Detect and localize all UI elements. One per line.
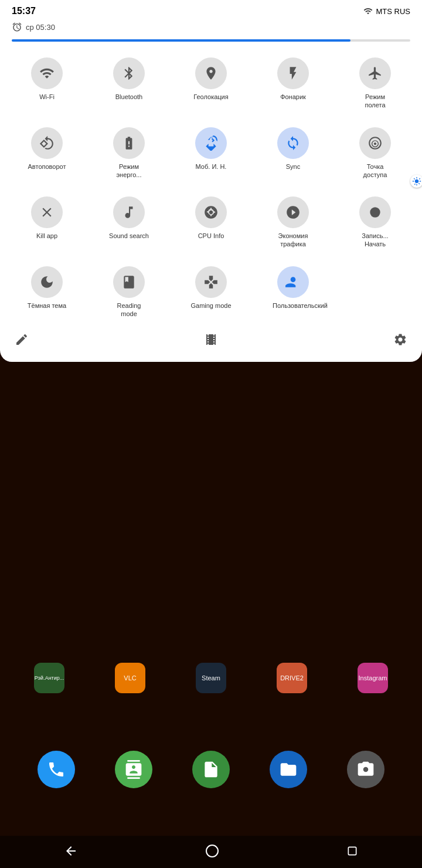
tile-hotspot[interactable]: Точка доступа: [334, 121, 416, 185]
nav-recents[interactable]: [341, 839, 364, 865]
dock-folder[interactable]: [270, 751, 307, 788]
tile-battery-bg: [113, 127, 145, 159]
status-bar: 15:37 MTS RUS: [0, 0, 422, 19]
tile-gaming-mode-bg: [195, 266, 227, 298]
tile-sync-bg: [277, 127, 309, 159]
recents-icon: [346, 845, 358, 857]
tile-battery-label: Режим энерго...: [108, 162, 149, 179]
tiles-row-2: Автоповорот Режим энерго... Моб. И. Н.: [0, 118, 422, 188]
battery-icon: [121, 135, 137, 151]
tile-reading-mode[interactable]: Reading mode: [88, 260, 170, 324]
tile-flashlight-label: Фонарик: [280, 93, 306, 101]
cinema-button[interactable]: [204, 333, 218, 349]
tile-traffic-saver-bg: [277, 196, 309, 228]
status-time: 15:37: [12, 6, 36, 16]
signal-icon: [363, 6, 373, 16]
hotspot-icon: [367, 135, 383, 151]
tile-airplane-bg: [359, 57, 391, 89]
app-steam[interactable]: Steam: [196, 663, 226, 693]
app-drive2[interactable]: DRIVE2: [277, 663, 307, 693]
app-vlc[interactable]: VLC: [115, 663, 145, 693]
tile-flashlight[interactable]: Фонарик: [252, 52, 334, 116]
tile-kill-app[interactable]: Kill app: [6, 191, 88, 255]
tile-kill-app-label: Kill app: [36, 232, 57, 240]
brightness-slider[interactable]: [12, 39, 410, 42]
tile-cpu-info-bg: [195, 196, 227, 228]
dock-contacts[interactable]: [115, 751, 152, 788]
tile-record-label: Запись... Начать: [355, 232, 396, 249]
camera-icon: [356, 760, 375, 779]
tile-cpu-info-label: CPU Info: [198, 232, 224, 240]
tile-hotspot-bg: [359, 127, 391, 159]
dock-phone[interactable]: [38, 751, 75, 788]
soundsearch-icon: [121, 205, 137, 220]
tile-mobile-data-bg: [195, 127, 227, 159]
tile-mobile-data[interactable]: Моб. И. Н.: [170, 121, 252, 185]
tile-flashlight-bg: [277, 57, 309, 89]
cinema-icon: [204, 333, 218, 347]
edit-button[interactable]: [15, 333, 29, 349]
dock-strip: [0, 751, 422, 788]
alarm-time: ср 05:30: [26, 23, 55, 32]
settings-button[interactable]: [393, 333, 407, 349]
quick-settings-panel: 15:37 MTS RUS ср 05:30: [0, 0, 422, 362]
tile-autorotate-label: Автоповорот: [28, 162, 66, 171]
folder-icon: [279, 760, 298, 779]
tile-record[interactable]: Запись... Начать: [334, 191, 416, 255]
back-icon: [64, 844, 78, 858]
alarm-icon: [12, 22, 22, 32]
readingmode-icon: [121, 274, 137, 290]
tile-bluetooth[interactable]: Bluetooth: [88, 52, 170, 116]
tile-wifi[interactable]: Wi-Fi: [6, 52, 88, 116]
tile-location[interactable]: Геолокация: [170, 52, 252, 116]
tile-traffic-saver-label: Экономия трафика: [273, 232, 314, 249]
settings-icon: [393, 333, 407, 347]
tile-traffic-saver[interactable]: Экономия трафика: [252, 191, 334, 255]
tile-user-switch[interactable]: Пользовательский: [252, 260, 334, 324]
nav-back[interactable]: [58, 838, 84, 866]
tile-location-label: Геолокация: [193, 93, 228, 101]
airplane-icon: [367, 66, 383, 81]
tile-user-switch-label: Пользовательский: [273, 301, 314, 310]
tile-airplane[interactable]: Режим полета: [334, 52, 416, 116]
tile-autorotate[interactable]: Автоповорот: [6, 121, 88, 185]
tile-kill-app-bg: [31, 196, 63, 228]
tile-sound-search-label: Sound search: [109, 232, 149, 240]
tile-mobile-data-label: Моб. И. Н.: [196, 162, 227, 171]
tile-gaming-mode[interactable]: Gaming mode: [170, 260, 252, 324]
tile-sync-label: Sync: [286, 162, 300, 171]
tile-cpu-info[interactable]: CPU Info: [170, 191, 252, 255]
brightness-fill: [12, 39, 350, 42]
qs-toolbar: [0, 327, 422, 356]
sun-icon: [412, 177, 421, 186]
tile-airplane-label: Режим полета: [355, 93, 396, 110]
sync-icon: [285, 135, 301, 151]
tile-battery-saver[interactable]: Режим энерго...: [88, 121, 170, 185]
phone-icon: [47, 760, 66, 779]
tile-gaming-mode-label: Gaming mode: [190, 301, 231, 310]
nav-bar: [0, 836, 422, 868]
home-icon: [205, 844, 219, 858]
tile-wifi-label: Wi-Fi: [39, 93, 55, 101]
app-instagram[interactable]: Instagram: [358, 663, 388, 693]
dock-camera[interactable]: [347, 751, 384, 788]
carrier-name: MTS RUS: [376, 7, 411, 16]
tile-dark-theme[interactable]: Тёмная тема: [6, 260, 88, 324]
tile-autorotate-bg: [31, 127, 63, 159]
darktheme-icon: [39, 274, 55, 290]
tile-sync[interactable]: Sync: [252, 121, 334, 185]
autorotate-icon: [39, 135, 55, 151]
alarm-row: ср 05:30: [0, 19, 422, 37]
svg-point-1: [206, 845, 218, 857]
nav-home[interactable]: [199, 838, 225, 866]
app-antivirus[interactable]: Рэй.Антир...: [34, 663, 64, 693]
alarm-info: ср 05:30: [12, 22, 55, 32]
mobiledata-icon: [203, 135, 219, 151]
tile-sound-search[interactable]: Sound search: [88, 191, 170, 255]
tile-reading-mode-bg: [113, 266, 145, 298]
tile-bluetooth-bg: [113, 57, 145, 89]
brightness-row[interactable]: [0, 37, 422, 49]
tile-hotspot-label: Точка доступа: [355, 162, 396, 179]
dock-files[interactable]: [192, 751, 230, 788]
tiles-row-4: Тёмная тема Reading mode Gaming mode: [0, 257, 422, 327]
